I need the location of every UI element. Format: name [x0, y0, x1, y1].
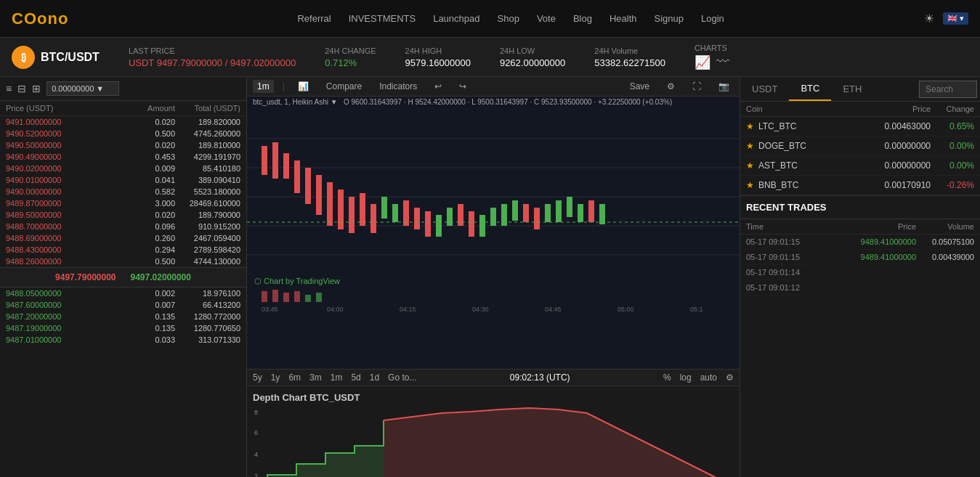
rt-vol	[916, 283, 974, 292]
svg-rect-14	[360, 193, 365, 226]
svg-text:05:1: 05:1	[690, 306, 703, 313]
svg-rect-24	[469, 211, 474, 237]
redo-button[interactable]: ↪	[455, 80, 471, 93]
chart-time-bar: 5y 1y 6m 3m 1m 5d 1d Go to... 09:02:13 (…	[247, 369, 740, 386]
settings-button[interactable]: ⚙	[663, 80, 679, 93]
svg-rect-21	[436, 215, 442, 237]
nav-blog[interactable]: Blog	[573, 13, 592, 24]
save-button[interactable]: Save	[625, 80, 654, 93]
language-flag[interactable]: 🇬🇧 ▾	[943, 12, 968, 25]
main-nav: Referral INVESTMENTS Launchpad Shop Vote…	[97, 13, 924, 24]
table-row[interactable]: 9487.600000000.00766.413200	[0, 299, 246, 311]
table-row[interactable]: 9490.520000000.5004745.260000	[0, 128, 246, 139]
ob-filter-icon[interactable]: ⊟	[17, 83, 26, 94]
ob-list-icon[interactable]: ≡	[6, 83, 12, 94]
table-row[interactable]: 9490.020000000.00985.410180	[0, 163, 246, 174]
table-row[interactable]: 9490.500000000.020189.810000	[0, 139, 246, 151]
table-row: 05-17 09:01:14	[740, 265, 980, 280]
change-item: 24H CHANGE 0.712%	[325, 46, 376, 68]
svg-rect-34	[578, 204, 583, 222]
list-item[interactable]: ★ AST_BTC 0.00000000 0.00%	[740, 156, 980, 176]
nav-shop[interactable]: Shop	[498, 13, 519, 24]
nav-referral[interactable]: Referral	[297, 13, 331, 24]
svg-rect-13	[349, 197, 355, 233]
coin-tabs: USDT BTC ETH	[740, 77, 980, 102]
log-button[interactable]: log	[680, 372, 692, 383]
nav-login[interactable]: Login	[701, 13, 724, 24]
list-item[interactable]: ★ LTC_BTC 0.00463000 0.65%	[740, 117, 980, 136]
tf-1m[interactable]: 1m	[331, 372, 343, 383]
rt-header-volume: Volume	[916, 222, 974, 231]
ob-grid-icon[interactable]: ⊞	[32, 83, 41, 94]
list-item[interactable]: ★ DOGE_BTC 0.00000000 0.00%	[740, 136, 980, 156]
coin-price: 0.00170910	[865, 180, 931, 190]
rt-header-time: Time	[746, 222, 843, 231]
rt-price	[843, 268, 916, 277]
auto-button[interactable]: auto	[700, 372, 717, 383]
nav-health[interactable]: Health	[610, 13, 637, 24]
tab-eth[interactable]: ETH	[831, 78, 873, 100]
line-chart-icon[interactable]: 📈	[694, 54, 710, 70]
coin-price: 0.00000000	[865, 141, 931, 151]
table-row[interactable]: 9488.690000000.2602467.059400	[0, 232, 246, 244]
volume-label: 24H Volume	[594, 46, 665, 55]
table-row[interactable]: 9489.870000003.00028469.610000	[0, 197, 246, 209]
ob-decimal-input[interactable]	[46, 81, 119, 96]
table-row[interactable]: 9491.000000000.020189.820000	[0, 116, 246, 128]
bar-chart-button[interactable]: 📊	[293, 80, 313, 93]
svg-rect-17	[392, 204, 398, 222]
table-row[interactable]: 9487.010000000.033313.071330	[0, 334, 246, 346]
candle-chart-icon[interactable]: 〰	[716, 54, 729, 70]
table-row[interactable]: 9488.260000000.5004744.130000	[0, 256, 246, 267]
tf-5y[interactable]: 5y	[253, 372, 262, 383]
settings-icon[interactable]: ☀	[924, 12, 934, 25]
main-layout: ≡ ⊟ ⊞ Price (USDT) Amount Total (USDT) 9…	[0, 77, 980, 477]
chart-settings-icon[interactable]: ⚙	[726, 372, 734, 383]
goto-button[interactable]: Go to...	[388, 372, 416, 383]
tf-5d[interactable]: 5d	[351, 372, 360, 383]
svg-text:6: 6	[254, 429, 258, 436]
nav-investments[interactable]: INVESTMENTS	[349, 13, 416, 24]
table-row[interactable]: 9490.000000000.5825523.180000	[0, 186, 246, 197]
svg-text:2: 2	[254, 473, 258, 477]
table-row[interactable]: 9488.700000000.096910.915200	[0, 221, 246, 232]
table-row[interactable]: 9487.200000000.1351280.772000	[0, 311, 246, 322]
undo-button[interactable]: ↩	[430, 80, 446, 93]
table-row[interactable]: 9488.050000000.00218.976100	[0, 288, 246, 299]
coin-header-name: Coin	[746, 105, 865, 113]
high-item: 24H HIGH 9579.16000000	[405, 46, 471, 68]
depth-chart: Depth Chart BTC_USDT 8 6 4 2 Volume	[247, 386, 740, 477]
tf-1y[interactable]: 1y	[271, 372, 280, 383]
tf-3m[interactable]: 3m	[309, 372, 322, 383]
ob-header-total: Total (USDT)	[175, 104, 240, 113]
table-row[interactable]: 9490.010000000.041389.090410	[0, 174, 246, 186]
screenshot-button[interactable]: 📷	[714, 80, 734, 93]
svg-rect-31	[545, 204, 551, 222]
tf-1m-button[interactable]: 1m	[253, 80, 274, 93]
table-row[interactable]: 9489.500000000.020189.790000	[0, 209, 246, 221]
rt-price: 9489.41000000	[843, 237, 916, 246]
list-item[interactable]: ★ BNB_BTC 0.00170910 -0.26%	[740, 176, 980, 195]
percent-button[interactable]: %	[663, 372, 671, 383]
table-row[interactable]: 9487.190000000.1351280.770650	[0, 322, 246, 334]
table-row[interactable]: 9488.430000000.2942789.598420	[0, 244, 246, 256]
nav-launchpad[interactable]: Launchpad	[433, 13, 479, 24]
table-row[interactable]: 9490.490000000.4534299.191970	[0, 151, 246, 163]
nav-vote[interactable]: Vote	[537, 13, 556, 24]
indicators-button[interactable]: Indicators	[375, 80, 421, 93]
coin-search-input[interactable]	[919, 81, 977, 98]
tab-usdt[interactable]: USDT	[740, 78, 789, 100]
rt-price	[843, 283, 916, 292]
svg-rect-5	[262, 146, 267, 175]
svg-text:⬡ Chart by TradingView: ⬡ Chart by TradingView	[254, 277, 340, 285]
compare-button[interactable]: Compare	[322, 80, 366, 93]
tf-6m[interactable]: 6m	[288, 372, 301, 383]
tf-1d[interactable]: 1d	[370, 372, 379, 383]
rt-header: Time Price Volume	[740, 219, 980, 235]
candle-svg: 9523.93500000 9580.000000 9570.000000 95…	[247, 110, 740, 369]
tab-btc[interactable]: BTC	[789, 77, 831, 101]
nav-signup[interactable]: Signup	[655, 13, 684, 24]
recent-trades-title: RECENT TRADES	[740, 196, 980, 219]
rt-vol: 0.05075100	[916, 237, 974, 246]
fullscreen-button[interactable]: ⛶	[688, 80, 705, 93]
